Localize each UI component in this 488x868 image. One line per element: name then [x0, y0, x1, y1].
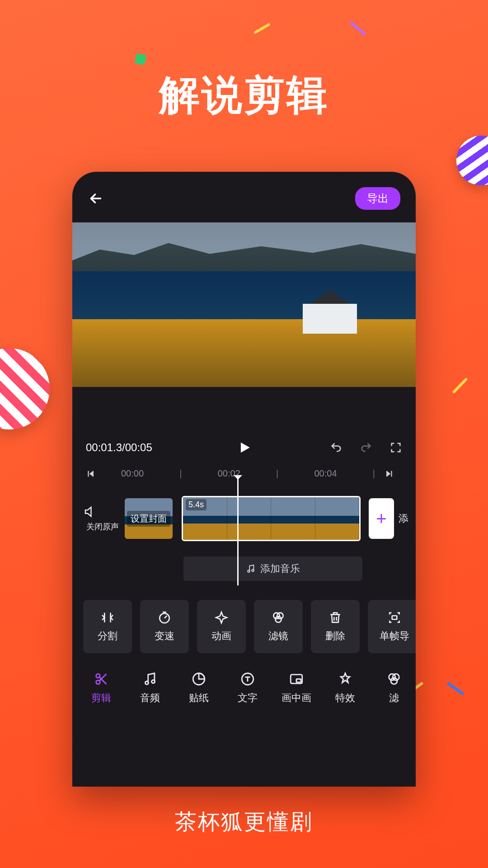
play-button[interactable] — [236, 440, 252, 455]
decor-confetti — [446, 682, 464, 696]
svg-point-17 — [391, 678, 397, 684]
timeline-tick: 00:04 — [314, 468, 337, 479]
tab-audio[interactable]: 音频 — [126, 671, 174, 705]
tab-label: 滤 — [389, 691, 399, 705]
tab-label: 贴纸 — [189, 691, 209, 705]
export-button[interactable]: 导出 — [355, 187, 400, 210]
tool-label: 删除 — [325, 629, 345, 643]
tool-filter[interactable]: 滤镜 — [254, 600, 303, 653]
tab-label: 特效 — [335, 691, 355, 705]
add-music-button[interactable]: 添加音乐 — [183, 557, 362, 581]
tool-label: 分割 — [98, 629, 117, 643]
tab-effects[interactable]: 特效 — [321, 671, 370, 705]
timeline-ruler: 00:00 | 00:02 | 00:04 | — [112, 468, 384, 479]
tab-pip[interactable]: 画中画 — [272, 671, 321, 705]
tool-animation[interactable]: 动画 — [197, 600, 246, 653]
add-clip-button[interactable]: + — [369, 498, 394, 539]
timeline-clip[interactable]: 5.4s — [182, 496, 361, 541]
promo-headline: 解说剪辑 — [0, 0, 488, 123]
clip-duration-badge: 5.4s — [186, 499, 206, 510]
tab-label: 音频 — [140, 691, 160, 705]
mute-original-button[interactable] — [83, 505, 122, 519]
promo-tagline: 茶杯狐更懂剧 — [0, 807, 488, 836]
decor-ball — [0, 348, 50, 429]
timeline-next-button[interactable] — [384, 469, 402, 479]
tool-label: 变速 — [155, 629, 174, 643]
tool-label: 动画 — [211, 629, 231, 643]
tab-label: 剪辑 — [91, 691, 111, 705]
plus-icon: + — [376, 509, 386, 529]
svg-rect-6 — [392, 616, 397, 619]
editor-phone-frame: 导出 00:01.3/00:05 00:00 | 00:0 — [72, 172, 416, 787]
playback-time: 00:01.3/00:05 — [86, 441, 152, 454]
set-cover-button[interactable]: 设置封面 — [125, 498, 173, 539]
video-preview[interactable] — [72, 222, 416, 387]
music-note-icon — [246, 564, 256, 574]
svg-point-1 — [252, 569, 254, 571]
tab-sticker[interactable]: 贴纸 — [174, 671, 223, 705]
add-clip-label: 添 — [399, 512, 408, 525]
svg-point-9 — [145, 681, 148, 684]
undo-button[interactable] — [330, 441, 343, 454]
redo-button[interactable] — [360, 441, 372, 454]
tool-export-frame[interactable]: 单帧导 — [368, 600, 416, 653]
tool-delete[interactable]: 删除 — [311, 600, 360, 653]
svg-rect-14 — [296, 679, 301, 682]
tool-speed[interactable]: 变速 — [140, 600, 189, 653]
set-cover-label: 设置封面 — [127, 511, 170, 527]
add-music-label: 添加音乐 — [260, 562, 300, 576]
decor-confetti — [452, 377, 468, 394]
tab-filter[interactable]: 滤 — [370, 671, 416, 705]
tool-label: 单帧导 — [380, 629, 409, 643]
decor-ball — [456, 136, 488, 185]
decor-confetti — [135, 53, 146, 65]
timeline-prev-button[interactable] — [86, 469, 112, 479]
timeline-tick: 00:00 — [121, 468, 144, 479]
fullscreen-button[interactable] — [389, 441, 402, 454]
mute-original-label: 关闭原声 — [83, 521, 122, 532]
tab-label: 文字 — [238, 691, 258, 705]
tool-split[interactable]: 分割 — [83, 600, 132, 653]
svg-point-5 — [275, 616, 281, 622]
tab-edit[interactable]: 剪辑 — [77, 671, 126, 705]
timeline-playhead[interactable] — [237, 477, 239, 585]
tab-text[interactable]: 文字 — [223, 671, 272, 705]
tool-label: 滤镜 — [268, 629, 288, 643]
tab-label: 画中画 — [282, 691, 311, 705]
svg-point-0 — [248, 570, 250, 572]
back-button[interactable] — [88, 190, 104, 207]
svg-point-10 — [152, 680, 155, 683]
